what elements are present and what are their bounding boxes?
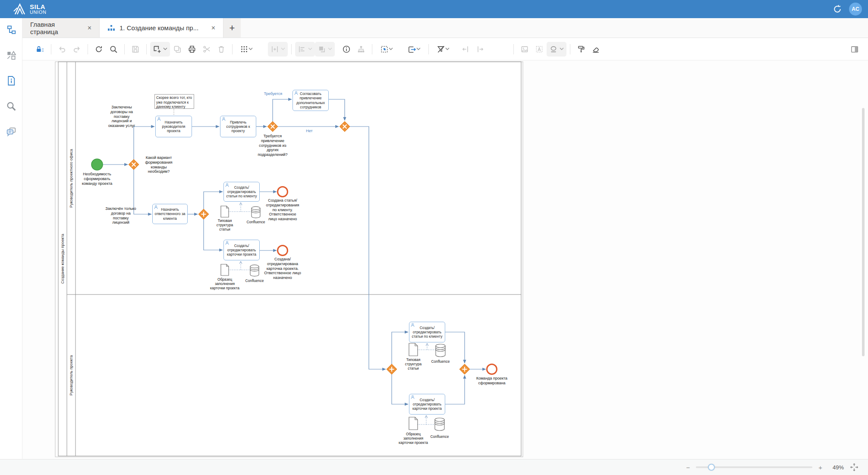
duplicate-button[interactable] <box>170 42 185 57</box>
right-panel-toggle-button[interactable] <box>847 42 862 57</box>
refresh-button[interactable] <box>91 42 106 57</box>
print-button[interactable] <box>185 42 199 57</box>
redo-button[interactable] <box>69 42 84 57</box>
user-task-icon <box>411 395 415 399</box>
filter-off-button[interactable] <box>432 42 454 57</box>
doc-card-sample-bottom[interactable] <box>409 417 418 430</box>
info-icon <box>342 45 351 54</box>
paint-roller-button[interactable] <box>574 42 588 57</box>
export-button[interactable] <box>403 42 425 57</box>
text-frame-button[interactable] <box>532 42 547 57</box>
start-event-label: Необходимость сформировать команду проек… <box>80 172 114 186</box>
delete-button[interactable] <box>214 42 229 57</box>
sync-refresh-icon[interactable] <box>833 4 842 14</box>
start-event[interactable] <box>91 159 103 170</box>
search-panel-button[interactable] <box>6 101 17 112</box>
info-button[interactable] <box>339 42 354 57</box>
lock-button[interactable] <box>33 42 47 57</box>
user-avatar[interactable]: AC <box>849 3 862 16</box>
doc-card-label-top: Образец заполнения карточки проекта <box>209 277 241 291</box>
task-involve-staff[interactable]: Привлечь сотрудников к проекту <box>220 116 256 137</box>
diagram-tab-icon <box>107 25 115 32</box>
end-event-team[interactable] <box>487 364 497 374</box>
cut-button[interactable] <box>199 42 214 57</box>
document-info-button[interactable] <box>6 75 17 86</box>
tab-home-close-icon[interactable]: × <box>88 24 91 32</box>
doc-card-sample-top[interactable] <box>221 264 229 276</box>
model-tree-button[interactable] <box>6 24 17 35</box>
filter-off-icon <box>437 45 445 54</box>
comments-panel-button[interactable] <box>6 126 17 137</box>
app-header: SILA UNION AC <box>0 0 868 18</box>
spacing-icon <box>270 45 279 54</box>
end-event-article[interactable] <box>278 187 288 197</box>
layers-button[interactable] <box>315 42 335 57</box>
grid-layout-button[interactable] <box>236 42 257 57</box>
shift-left-button[interactable] <box>458 42 473 57</box>
tab-home[interactable]: Главная страница × <box>22 18 99 38</box>
org-chart-button[interactable] <box>354 42 368 57</box>
zoom-slider[interactable] <box>696 466 812 468</box>
confluence-store-3[interactable] <box>436 344 445 357</box>
select-tool-button[interactable] <box>376 42 397 57</box>
annotation-client[interactable]: Скорее всего тот, кто уже подключался к … <box>154 94 194 109</box>
add-shape-button[interactable] <box>150 42 170 57</box>
zoom-out-button[interactable]: − <box>686 464 690 471</box>
license-only-label: Заключён только договор на поставку лице… <box>105 206 137 225</box>
doc-card-label-bottom: Образец заполнения карточки проекта <box>397 432 429 445</box>
zoom-search-button[interactable] <box>106 42 121 57</box>
add-shape-icon <box>153 45 161 54</box>
chevron-down-icon <box>560 48 564 51</box>
zoom-slider-handle[interactable] <box>708 464 715 471</box>
chevron-down-icon <box>389 48 393 51</box>
align-button[interactable] <box>295 42 315 57</box>
confluence-store-4[interactable] <box>435 418 444 431</box>
canvas-vertical-scrollbar[interactable] <box>862 108 865 356</box>
org-chart-icon <box>357 45 365 54</box>
doc-article-structure-top[interactable] <box>221 206 229 217</box>
flow-label-no: Нет <box>303 129 316 133</box>
shapes-palette-button[interactable] <box>6 50 17 61</box>
print-icon <box>188 45 196 54</box>
chevron-down-icon <box>328 48 332 51</box>
confluence-store-2[interactable] <box>250 265 259 276</box>
task-approve-staff[interactable]: Согласовать привлечение дополнительных с… <box>292 90 329 111</box>
user-task-icon <box>222 117 226 121</box>
task-edit-article-bottom[interactable]: Создать/ отредактировать статьи по клиен… <box>409 322 445 342</box>
confluence-store-1[interactable] <box>252 206 260 218</box>
align-icon <box>298 45 306 54</box>
chevron-down-icon <box>445 48 450 51</box>
save-button[interactable] <box>128 42 143 57</box>
tab-diagram-close-icon[interactable]: × <box>211 24 215 32</box>
layers-icon <box>318 45 326 54</box>
zoom-in-button[interactable]: + <box>818 464 822 471</box>
shift-right-icon <box>476 45 484 54</box>
fit-to-screen-icon[interactable] <box>850 463 859 472</box>
eraser-button[interactable] <box>588 42 603 57</box>
tab-diagram-label: 1. Создание команды пр... <box>120 24 198 32</box>
refresh-icon <box>94 45 103 54</box>
task-assign-pm[interactable]: Назначить руководителя проекта <box>155 116 192 137</box>
diagram-canvas[interactable]: Создание команды проекта Руководитель пр… <box>22 60 868 459</box>
insert-image-button[interactable] <box>517 42 532 57</box>
left-sidebar <box>0 18 22 459</box>
end-event-card[interactable] <box>278 246 288 256</box>
tab-diagram[interactable]: 1. Создание команды пр... × <box>99 18 223 38</box>
user-task-icon <box>225 183 229 187</box>
task-edit-card-top[interactable]: Создать/ отредактировать карточки проект… <box>223 240 260 260</box>
task-edit-article-top[interactable]: Создать/ отредактировать статьи по клиен… <box>223 182 260 202</box>
tab-bar: Главная страница × 1. Создание команды п… <box>22 18 868 38</box>
task-assign-responsible[interactable]: Назначить ответственного за клиента <box>152 204 188 224</box>
end-team-label: Команда проекта сформирована <box>472 376 511 386</box>
eraser-icon <box>591 45 600 54</box>
user-task-icon <box>294 91 298 95</box>
new-tab-button[interactable]: + <box>223 18 241 38</box>
doc-article-structure-bottom[interactable] <box>409 343 418 356</box>
gateway-variant-label: Какой вариант формирования команды необх… <box>143 155 174 174</box>
shift-right-button[interactable] <box>473 42 487 57</box>
shape-style-button[interactable] <box>547 42 566 57</box>
spacing-button[interactable] <box>268 42 288 57</box>
undo-button[interactable] <box>55 42 69 57</box>
panel-toggle-icon <box>850 45 859 54</box>
task-edit-card-bottom[interactable]: Создать/ отредактировать карточки проект… <box>409 394 445 415</box>
